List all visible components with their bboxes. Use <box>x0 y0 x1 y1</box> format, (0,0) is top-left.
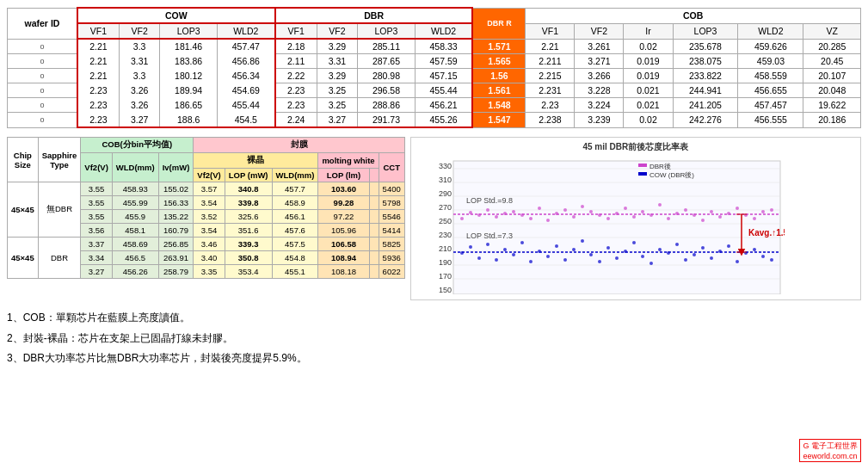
dbr-data-cell: 3.29 <box>317 39 358 54</box>
comparison-cell: 3.40 <box>194 251 225 265</box>
comparison-cell: 5825 <box>379 238 404 251</box>
svg-text:290: 290 <box>439 189 452 198</box>
comparison-cell: 340.8 <box>225 182 272 196</box>
dbr-data-cell: 3.31 <box>317 54 358 69</box>
note-3: 3、DBR大功率芯片比無DBR大功率芯片，封裝後亮度提昇5.9%。 <box>7 349 861 368</box>
svg-point-46 <box>684 208 687 212</box>
chip-size-cell: 45×45 <box>8 238 39 279</box>
svg-point-58 <box>469 245 472 249</box>
comparison-cell: 6022 <box>379 265 404 279</box>
cob-ir-header: Ir <box>624 23 673 39</box>
fengmo-sub-header: molting white <box>318 153 379 169</box>
cow-data-cell: 456.34 <box>217 69 274 83</box>
comparison-cell: 3.55 <box>81 182 112 196</box>
svg-point-43 <box>658 203 662 207</box>
dbr-r-cell: 1.561 <box>472 83 525 98</box>
comparison-cell: 3.56 <box>81 224 112 238</box>
comparison-cell <box>369 238 379 251</box>
cob-data-cell: 3.224 <box>575 98 624 113</box>
svg-point-63 <box>512 253 515 256</box>
comparison-cell: 156.33 <box>158 196 194 210</box>
sapphire-type-cell: DBR <box>38 238 81 279</box>
wafer-cell: o <box>8 83 77 98</box>
comparison-cell: 5936 <box>379 251 404 265</box>
cow-section-header: COW <box>77 8 275 23</box>
svg-point-84 <box>693 253 696 256</box>
svg-point-62 <box>503 248 507 251</box>
comparison-cell: 351.6 <box>225 224 272 238</box>
cob-data-cell: 0.021 <box>624 98 673 113</box>
dbr-wld2-header: WLD2 <box>415 23 472 39</box>
wafer-cell: o <box>8 69 77 83</box>
comparison-cell: 339.3 <box>225 238 272 251</box>
comparison-cell: 456.5 <box>112 251 158 265</box>
fengmo-header: 封膜 <box>194 138 404 153</box>
svg-point-67 <box>546 255 550 258</box>
comparison-cell: 353.4 <box>225 265 272 279</box>
svg-point-24 <box>495 215 498 219</box>
comparison-cell: 5400 <box>379 182 404 196</box>
chip-size-cell: 45×45 <box>8 182 39 238</box>
svg-point-77 <box>632 241 636 244</box>
cob-lop3-header: LOP3 <box>673 23 738 39</box>
cow-data-cell: 3.26 <box>119 83 160 98</box>
svg-point-54 <box>753 217 756 220</box>
comparison-cell: 458.69 <box>112 238 158 251</box>
cob-data-cell: 459.626 <box>738 39 803 54</box>
cob-data-cell: 456.655 <box>738 83 803 98</box>
cob-data-cell: 238.075 <box>673 54 738 69</box>
comparison-cell: 3.55 <box>81 196 112 210</box>
svg-point-30 <box>546 219 550 222</box>
cob-data-cell: 0.02 <box>624 39 673 54</box>
svg-point-83 <box>684 258 687 262</box>
bottom-section: ChipSize SapphireType COB(分bin平均值) 封膜 Vf… <box>7 137 861 300</box>
comparison-cell: 325.6 <box>225 210 272 224</box>
hejing-lop: LOP (mW) <box>225 169 272 182</box>
svg-point-73 <box>598 260 601 263</box>
comparison-cell: 3.35 <box>194 265 225 279</box>
comparison-cell: 97.22 <box>318 210 369 224</box>
dbr-data-cell: 288.86 <box>358 98 415 113</box>
cob-wld2-header: WLD2 <box>738 23 803 39</box>
svg-point-64 <box>520 241 524 244</box>
cow-data-cell: 2.23 <box>77 98 119 113</box>
cob-data-cell: 20.107 <box>803 69 861 83</box>
comparison-cell: 458.93 <box>112 182 158 196</box>
comparison-cell: 263.91 <box>158 251 194 265</box>
comparison-cell: 339.8 <box>225 196 272 210</box>
comparison-table-wrap: ChipSize SapphireType COB(分bin平均值) 封膜 Vf… <box>7 137 405 300</box>
svg-text:170: 170 <box>439 272 452 281</box>
note-2: 2、封裝-裸晶：芯片在支架上已固晶打線未封膠。 <box>7 330 861 349</box>
cob-iv-sub: Iv(mW) <box>158 153 194 182</box>
cob-section-header: COB <box>526 8 861 23</box>
fengmo-wld <box>369 169 379 182</box>
comparison-cell: 106.58 <box>318 238 369 251</box>
cob-data-cell: 2.211 <box>526 54 575 69</box>
svg-point-41 <box>641 210 644 213</box>
cow-data-cell: 2.23 <box>77 113 119 128</box>
comparison-table: ChipSize SapphireType COB(分bin平均值) 封膜 Vf… <box>7 137 405 279</box>
wafer-cell: o <box>8 54 77 69</box>
svg-point-61 <box>495 258 498 262</box>
cob-vf2-header: VF2 <box>575 23 624 39</box>
svg-point-89 <box>736 260 739 263</box>
cow-data-cell: 186.65 <box>160 98 217 113</box>
cow-data-cell: 456.86 <box>217 54 274 69</box>
svg-point-65 <box>529 260 532 263</box>
cow-data-cell: 183.86 <box>160 54 217 69</box>
dbr-data-cell: 2.23 <box>275 98 317 113</box>
wafer-cell: o <box>8 113 77 128</box>
comparison-cell: 5414 <box>379 224 404 238</box>
svg-text:310: 310 <box>439 176 452 184</box>
chart-title: 45 mil DBR前後芯度比率表 <box>415 141 857 153</box>
cob-data-cell: 456.555 <box>738 113 803 128</box>
cow-data-cell: 3.26 <box>119 98 160 113</box>
dbr-data-cell: 2.24 <box>275 113 317 128</box>
cct-header: CCT <box>379 153 404 182</box>
cow-data-cell: 457.47 <box>217 39 274 54</box>
cow-data-cell: 454.69 <box>217 83 274 98</box>
svg-point-82 <box>675 243 679 246</box>
dbr-data-cell: 2.11 <box>275 54 317 69</box>
svg-point-48 <box>701 219 705 222</box>
notes-section: 1、COB：單顆芯片在藍膜上亮度讀值。 2、封裝-裸晶：芯片在支架上已固晶打線未… <box>7 309 861 368</box>
